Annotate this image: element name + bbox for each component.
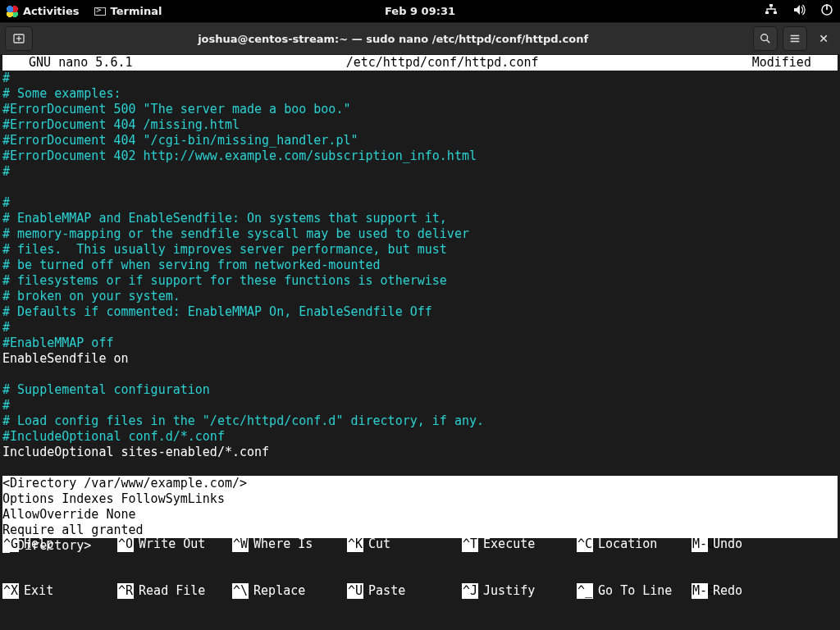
hamburger-icon (789, 33, 801, 44)
svg-rect-0 (769, 4, 773, 7)
shortcut-key: ^T (462, 536, 478, 552)
shortcut-redo[interactable]: M-ERedo (692, 583, 757, 599)
menu-button[interactable] (783, 26, 807, 51)
svg-line-9 (767, 40, 770, 43)
activities-button[interactable]: Activities (7, 5, 80, 17)
shortcut-justify[interactable]: ^JJustify (462, 583, 577, 599)
shortcut-read-file[interactable]: ^RRead File (117, 583, 232, 599)
footprint-icon (7, 6, 18, 17)
shortcut-label: Help (19, 536, 98, 552)
shortcut-undo[interactable]: M-UUndo (692, 536, 757, 552)
shortcut-key: ^\ (232, 583, 249, 599)
shortcut-key: ^C (577, 536, 593, 552)
activities-label: Activities (23, 5, 80, 17)
svg-rect-2 (774, 11, 777, 14)
shortcut-location[interactable]: ^CLocation (577, 536, 692, 552)
shortcut-where-is[interactable]: ^WWhere Is (232, 536, 347, 552)
shortcut-key: ^R (117, 583, 134, 599)
gnome-topbar: Activities Terminal Feb 9 09:31 (0, 0, 840, 22)
nano-modified: Modified (752, 55, 838, 71)
shortcut-label: Redo (708, 583, 757, 599)
config-line: IncludeOptional sites-enabled/*.conf (2, 445, 269, 459)
search-icon (760, 33, 771, 44)
search-button[interactable] (753, 26, 778, 51)
app-menu-label: Terminal (111, 5, 162, 17)
shortcut-exit[interactable]: ^XExit (2, 583, 117, 599)
app-menu[interactable]: Terminal (94, 5, 162, 17)
shortcut-cut[interactable]: ^KCut (347, 536, 462, 552)
nano-version: GNU nano 5.6.1 (2, 55, 133, 71)
shortcut-key: ^J (462, 583, 478, 599)
shortcut-paste[interactable]: ^UPaste (347, 583, 462, 599)
power-icon[interactable] (820, 3, 833, 19)
shortcut-key: ^_ (577, 583, 593, 599)
close-icon: ✕ (819, 32, 829, 45)
shortcut-label: Where Is (249, 536, 335, 552)
comment-block: # # EnableMMAP and EnableSendfile: On sy… (2, 195, 469, 350)
shortcut-label: Exit (19, 583, 98, 599)
shortcut-label: Execute (478, 536, 557, 552)
volume-icon[interactable] (792, 3, 806, 19)
shortcut-help[interactable]: ^GHelp (2, 536, 117, 552)
shortcut-write-out[interactable]: ^OWrite Out (117, 536, 232, 552)
terminal-titlebar: joshua@centos-stream:~ — sudo nano /etc/… (0, 22, 840, 55)
shortcut-label: Justify (478, 583, 557, 599)
svg-rect-1 (765, 11, 769, 14)
close-button[interactable]: ✕ (812, 32, 835, 45)
window-title: joshua@centos-stream:~ — sudo nano /etc/… (38, 33, 748, 45)
shortcut-go-to-line[interactable]: ^_Go To Line (577, 583, 692, 599)
new-tab-icon (12, 32, 25, 45)
nano-filename: /etc/httpd/conf/httpd.conf (133, 55, 752, 71)
shortcut-key: ^U (347, 583, 363, 599)
clock[interactable]: Feb 9 09:31 (385, 5, 455, 17)
shortcut-label: Location (593, 536, 687, 552)
shortcut-label: Cut (363, 536, 435, 552)
new-tab-button[interactable] (5, 26, 33, 51)
terminal-viewport[interactable]: GNU nano 5.6.1 /etc/httpd/conf/httpd.con… (0, 55, 840, 630)
nano-shortcut-bar: ^GHelp ^OWrite Out ^WWhere Is ^KCut ^TEx… (2, 505, 838, 630)
comment-block: # Supplemental configuration # # Load co… (2, 382, 484, 444)
editor-content[interactable]: # # Some examples: #ErrorDocument 500 "T… (2, 71, 838, 554)
comment-block: # # Some examples: #ErrorDocument 500 "T… (2, 71, 477, 179)
shortcut-label: Undo (708, 536, 757, 552)
shortcut-key: ^G (2, 536, 19, 552)
config-line: EnableSendfile on (2, 351, 129, 366)
nano-titlebar: GNU nano 5.6.1 /etc/httpd/conf/httpd.con… (2, 55, 838, 71)
shortcut-execute[interactable]: ^TExecute (462, 536, 577, 552)
shortcut-label: Read File (134, 583, 220, 599)
shortcut-key: ^K (347, 536, 363, 552)
shortcut-key: ^X (2, 583, 19, 599)
clock-label: Feb 9 09:31 (385, 5, 455, 17)
shortcut-replace[interactable]: ^\Replace (232, 583, 347, 599)
shortcut-key: ^W (232, 536, 249, 552)
svg-point-8 (761, 34, 768, 41)
network-icon[interactable] (765, 3, 778, 19)
shortcut-key: M-U (692, 536, 708, 552)
shortcut-key: M-E (692, 583, 708, 599)
shortcut-label: Paste (363, 583, 435, 599)
shortcut-label: Write Out (134, 536, 220, 552)
shortcut-label: Go To Line (593, 583, 687, 599)
shortcut-label: Replace (249, 583, 335, 599)
shortcut-key: ^O (117, 536, 134, 552)
terminal-icon (94, 7, 106, 16)
